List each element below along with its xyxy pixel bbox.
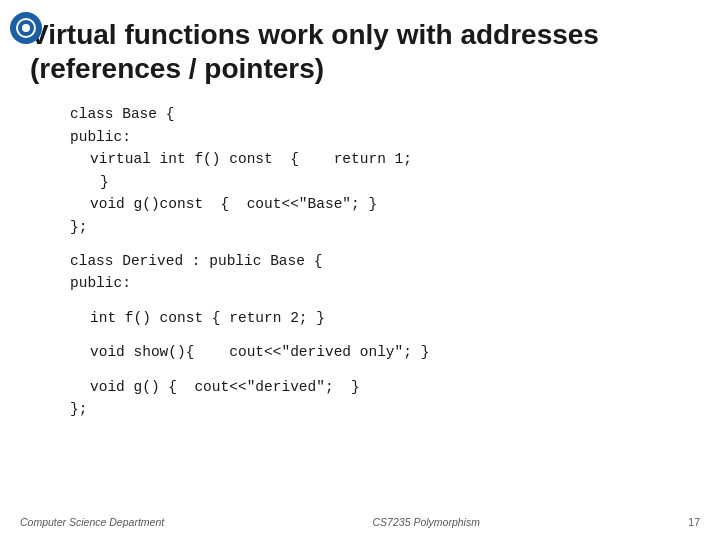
footer-department: Computer Science Department [20, 516, 164, 528]
svg-point-1 [22, 24, 30, 32]
code-line-12: }; [70, 398, 690, 420]
slide-footer: Computer Science Department CS7235 Polym… [0, 516, 720, 528]
code-line-5: void g()const { cout<<"Base"; } [90, 193, 690, 215]
base-class-code: class Base { public: virtual int f() con… [70, 103, 690, 238]
code-line-6: }; [70, 216, 690, 238]
derived-method2: void show(){ cout<<"derived only"; } [70, 341, 690, 363]
code-line-10: void show(){ cout<<"derived only"; } [90, 341, 690, 363]
code-line-4: } [100, 171, 690, 193]
slide-content: Virtual functions work only with address… [30, 18, 690, 421]
code-line-11: void g() { cout<<"derived"; } [90, 376, 690, 398]
slide-container: Virtual functions work only with address… [0, 0, 720, 540]
university-logo [10, 12, 42, 44]
code-line-1: class Base { [70, 103, 690, 125]
footer-course: CS7235 Polymorphism [373, 516, 480, 528]
code-line-2: public: [70, 126, 690, 148]
code-line-9: int f() const { return 2; } [90, 307, 690, 329]
code-line-7: class Derived : public Base { [70, 250, 690, 272]
footer-page-number: 17 [688, 516, 700, 528]
code-line-8: public: [70, 272, 690, 294]
derived-method1: int f() const { return 2; } [70, 307, 690, 329]
derived-method3: void g() { cout<<"derived"; } }; [70, 376, 690, 421]
code-line-3: virtual int f() const { return 1; [90, 148, 690, 170]
slide-title: Virtual functions work only with address… [30, 18, 690, 85]
derived-class-header: class Derived : public Base { public: [70, 250, 690, 295]
